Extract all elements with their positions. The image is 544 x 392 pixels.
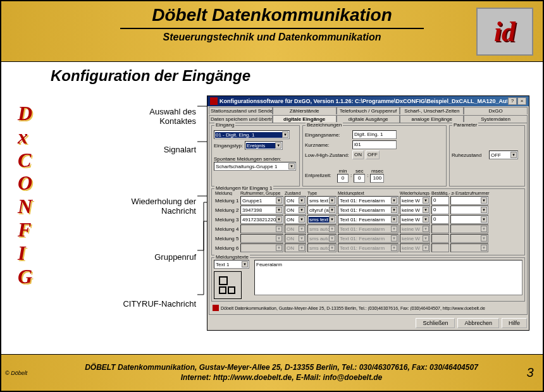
footer-line1: DÖBELT Datenkommunikation, Gustav-Meyer-… (46, 363, 517, 373)
ruf-select: ▼ (240, 224, 283, 233)
kurzname-input[interactable]: i01 (352, 140, 397, 149)
meldung-row-5: Meldung 5▼ON▼sms auto▼Text 01: Feueralar… (214, 234, 522, 243)
window-titlebar[interactable]: Konfigurationssoftware für DxGO, Version… (207, 96, 529, 106)
tab-scharf[interactable]: Scharf-, Unscharf-Zeiten (400, 107, 464, 114)
zustand-select: ON▼ (285, 234, 306, 243)
footer-line2: Internet: http://www.doebelt.de, E-Mail:… (46, 373, 517, 383)
best-input (431, 234, 449, 243)
meldung-row-1: Meldung 1Gruppe1▼ON▼sms text I▼Text 01: … (214, 196, 522, 205)
text-select[interactable]: Text 01: Feueralarm▼ (338, 196, 399, 205)
close-icon[interactable]: × (517, 97, 526, 105)
text-select: Text 01: Feueralarm▼ (338, 224, 399, 233)
meldung-row-3: Meldung 3491723821220▼ON▼sms text▼Text 0… (214, 215, 522, 224)
page-number: 3 (517, 365, 543, 380)
footer: © Döbelt DÖBELT Datenkommunikation, Gust… (1, 354, 543, 391)
type-select: sms auto▼ (307, 243, 337, 252)
meldung-row-6: Meldung 6▼ON▼sms auto▼Text 01: Feueralar… (214, 243, 522, 252)
high-btn[interactable]: OFF (366, 150, 380, 159)
type-select[interactable]: sms text I▼ (307, 196, 337, 205)
ruf-select: ▼ (240, 243, 283, 252)
meldung-label: Meldung 1 (215, 198, 239, 204)
main-content: Konfiguration der Eingänge DxCO NFIG Aus… (1, 67, 543, 360)
entprell-msec[interactable]: 100 (370, 174, 384, 183)
eingang-group: Eingang 01 - Digit. Eing. 1▼ Eingangstyp… (211, 125, 300, 187)
spontane-select[interactable]: Scharfschaltungs-Gruppe 1▼ (214, 162, 296, 171)
text-select: Text 01: Feueralarm▼ (338, 243, 399, 252)
ersatz-select: ▼ (450, 243, 488, 252)
chevron-down-icon: ▼ (242, 261, 248, 267)
text-select[interactable]: Text 01: Feueralarm▼ (338, 205, 399, 214)
wieder-select: keine W▼ (400, 243, 430, 252)
dxconfig-vertical: DxCO NFIG (18, 102, 32, 288)
best-input[interactable]: 0 (431, 205, 449, 214)
tab-digitale-ausgaenge[interactable]: digitale Ausgänge (337, 115, 400, 123)
chevron-down-icon: ▼ (275, 142, 281, 149)
tab-row-2: Daten speichern und übertragen digitale … (207, 114, 529, 123)
tab-panel: Eingang 01 - Digit. Eing. 1▼ Eingangstyp… (209, 123, 528, 315)
entprell-min[interactable]: 0 (337, 174, 349, 183)
status-line: Döbelt Datenkommunikation, Gustav-Meyer-… (211, 303, 525, 312)
ersatz-select: ▼ (450, 224, 488, 233)
wieder-select[interactable]: keine W▼ (400, 205, 430, 214)
meldung-label: Meldung 3 (215, 217, 239, 223)
ruf-select[interactable]: 491723821220▼ (240, 215, 283, 224)
low-btn[interactable]: ON (352, 150, 364, 159)
logo: id (476, 8, 533, 56)
ersatz-select[interactable]: ▼ (450, 205, 488, 214)
best-input (431, 243, 449, 252)
bezeichnungen-group: Bezeichnungen Eingangsname:Digit. Eing. … (302, 125, 447, 187)
zustand-select[interactable]: ON▼ (285, 205, 306, 214)
type-select: sms auto▼ (307, 234, 337, 243)
eingang-select[interactable]: 01 - Digit. Eing. 1▼ (214, 130, 290, 139)
text-select: Text 01: Feueralarm▼ (338, 234, 399, 243)
ruhe-select[interactable]: OFF▼ (489, 150, 518, 159)
ersatz-select[interactable]: ▼ (450, 215, 488, 224)
wieder-select[interactable]: keine W▼ (400, 215, 430, 224)
meldung-row-4: Meldung 4▼ON▼sms auto▼Text 01: Feueralar… (214, 224, 522, 233)
page-title: Konfiguration der Eingänge (51, 67, 543, 85)
best-input[interactable]: 0 (431, 215, 449, 224)
tab-stationszustand[interactable]: Stationszustand und Sendejournal (209, 107, 273, 114)
eingangsname-input[interactable]: Digit. Eing. 1 (352, 130, 397, 139)
type-select: sms auto▼ (307, 224, 337, 233)
status-icon (213, 305, 219, 311)
meldungstexte-group: Meldungstexte Text 1▼ Feueralarm (211, 257, 525, 302)
ruf-select[interactable]: Gruppe1▼ (240, 196, 283, 205)
zustand-select[interactable]: ON▼ (285, 215, 306, 224)
zustand-select: ON▼ (285, 224, 306, 233)
zustand-select[interactable]: ON▼ (285, 196, 306, 205)
header: Döbelt Datenkommunikation Steuerungstech… (1, 1, 543, 62)
type-select[interactable]: sms text▼ (307, 215, 337, 224)
copyright: © Döbelt (1, 370, 46, 376)
meldung-label: Meldung 5 (215, 236, 239, 242)
meldung-label: Meldung 2 (215, 207, 239, 213)
parameter-group: Parameter RuhezustandOFF▼ (449, 125, 525, 187)
meldungen-header: Meldung Rufnummer, Gruppe Zustand Type M… (214, 191, 522, 196)
chevron-down-icon: ▼ (282, 132, 288, 138)
help-button-icon[interactable]: ? (508, 97, 517, 105)
tab-telefonbuch[interactable]: Telefonbuch / Gruppenruf (337, 107, 400, 114)
chevron-down-icon: ▼ (288, 163, 295, 169)
entprell-sec[interactable]: 0 (354, 174, 365, 183)
text-select[interactable]: Text 01: Feueralarm▼ (338, 215, 399, 224)
config-window: Konfigurationssoftware für DxGO, Version… (207, 95, 529, 331)
ersatz-select[interactable]: ▼ (450, 196, 488, 205)
type-select[interactable]: cityruf (al▼ (307, 205, 337, 214)
tab-dxgo[interactable]: DxGO (464, 107, 528, 114)
mtx-textarea[interactable]: Feueralarm (254, 260, 522, 295)
symbol-icon (214, 271, 242, 299)
eingangstyp-select[interactable]: Ereignis▼ (245, 141, 283, 150)
tab-row-1: Stationszustand und Sendejournal Zählers… (207, 106, 529, 114)
mtx-select[interactable]: Text 1▼ (214, 260, 249, 269)
ruf-select[interactable]: 3947398▼ (240, 205, 283, 214)
tab-zaehler[interactable]: Zählerstände (273, 107, 337, 114)
best-input[interactable]: 0 (431, 196, 449, 205)
wieder-select[interactable]: keine W▼ (400, 196, 430, 205)
cancel-button[interactable]: Abbrechen (457, 318, 499, 328)
ersatz-select: ▼ (450, 234, 488, 243)
meldung-row-2: Meldung 23947398▼ON▼cityruf (al▼Text 01:… (214, 205, 522, 214)
close-button[interactable]: Schließen (416, 318, 455, 328)
help-button[interactable]: Hilfe (502, 318, 527, 328)
zustand-select: ON▼ (285, 243, 306, 252)
app-icon (210, 97, 218, 105)
